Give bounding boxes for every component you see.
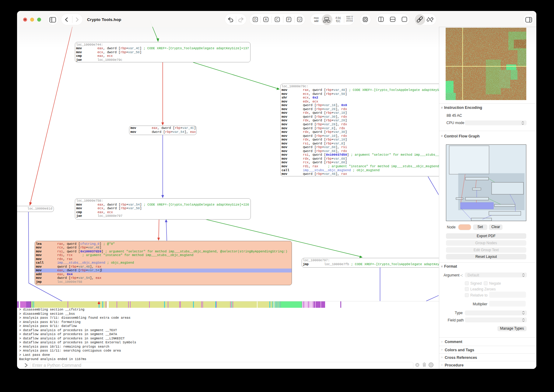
svg-text:C: C <box>276 18 279 21</box>
svg-text:D: D <box>254 18 257 21</box>
svg-text:A: A <box>265 18 267 21</box>
svg-text:P: P <box>288 18 290 21</box>
svg-text:U: U <box>299 18 301 21</box>
